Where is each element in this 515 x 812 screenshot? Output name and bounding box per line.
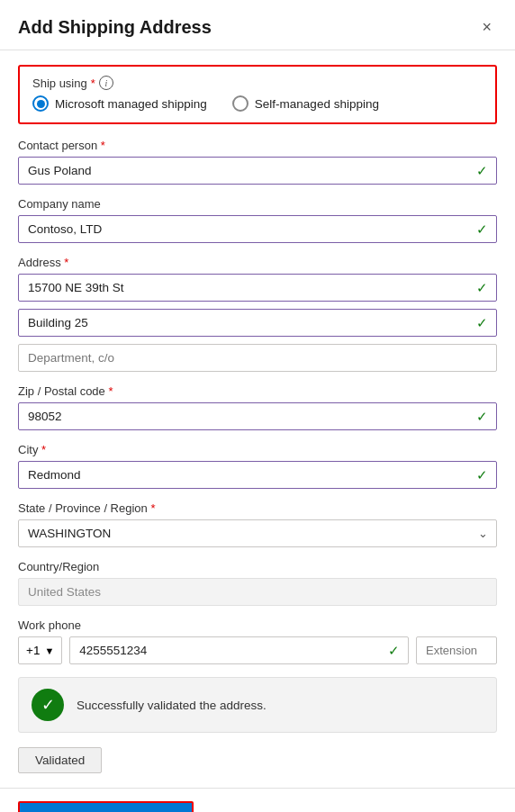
work-phone-label: Work phone [18, 618, 497, 632]
modal-title: Add Shipping Address [18, 17, 212, 38]
modal-footer: Add shipping address [0, 788, 515, 812]
city-group: City * ✓ [18, 443, 497, 489]
phone-check-icon: ✓ [388, 643, 400, 659]
work-phone-group: Work phone +1 ▼ ✓ [18, 618, 497, 664]
address-line2-check-icon: ✓ [476, 315, 488, 331]
zip-group: Zip / Postal code * ✓ [18, 384, 497, 430]
address-label: Address * [18, 256, 497, 269]
city-input[interactable] [18, 461, 497, 489]
ship-using-section: Ship using * i Microsoft managed shippin… [18, 65, 497, 124]
ship-using-label: Ship using * i [32, 76, 483, 90]
company-name-input[interactable] [18, 215, 497, 243]
radio-selected-outer [32, 95, 49, 112]
address-line3-input[interactable] [18, 344, 497, 372]
contact-person-group: Contact person * ✓ [18, 139, 497, 185]
validation-message: Successfully validated the address. [77, 699, 267, 712]
add-shipping-address-button[interactable]: Add shipping address [18, 801, 194, 812]
address-line1-wrapper: ✓ [18, 274, 497, 302]
contact-person-input-wrapper: ✓ [18, 157, 497, 185]
info-icon[interactable]: i [99, 76, 113, 90]
country-input-wrapper [18, 578, 497, 606]
address-line2-input[interactable] [18, 309, 497, 337]
required-star: * [101, 139, 105, 152]
company-name-group: Company name ✓ [18, 197, 497, 243]
company-name-check-icon: ✓ [476, 221, 488, 238]
address-line3-wrapper [18, 344, 497, 372]
state-label: State / Province / Region * [18, 501, 497, 515]
required-star: * [64, 256, 68, 269]
modal-body: Ship using * i Microsoft managed shippin… [0, 50, 515, 788]
radio-selected-inner [37, 100, 45, 108]
required-star: * [91, 77, 95, 90]
city-label: City * [18, 443, 497, 456]
required-star: * [150, 501, 155, 515]
ship-using-radio-group: Microsoft managed shipping Self-managed … [32, 95, 483, 112]
state-select[interactable]: WASHINGTON [18, 519, 497, 547]
city-input-wrapper: ✓ [18, 461, 497, 489]
phone-input-group: +1 ▼ ✓ [18, 636, 497, 664]
phone-extension-input[interactable] [416, 636, 497, 664]
radio-microsoft-managed[interactable]: Microsoft managed shipping [32, 95, 207, 112]
address-line1-input[interactable] [18, 274, 497, 302]
close-button[interactable]: × [476, 16, 497, 39]
address-group: Address * ✓ ✓ [18, 256, 497, 372]
country-label: Country/Region [18, 560, 497, 573]
address-line1-check-icon: ✓ [476, 280, 488, 296]
contact-person-input[interactable] [18, 157, 497, 185]
state-select-wrapper: WASHINGTON ⌄ [18, 519, 497, 547]
contact-person-label: Contact person * [18, 139, 497, 152]
required-star: * [108, 384, 113, 398]
company-name-input-wrapper: ✓ [18, 215, 497, 243]
zip-input[interactable] [18, 402, 497, 430]
zip-label: Zip / Postal code * [18, 384, 497, 398]
phone-country-selector[interactable]: +1 ▼ [18, 636, 62, 664]
validation-banner: ✓ Successfully validated the address. [18, 677, 497, 733]
state-group: State / Province / Region * WASHINGTON ⌄ [18, 501, 497, 547]
country-input [18, 578, 497, 606]
validation-success-icon: ✓ [32, 689, 64, 721]
radio-empty-outer [232, 95, 248, 112]
required-star: * [41, 443, 46, 456]
contact-person-check-icon: ✓ [476, 163, 488, 179]
phone-number-input[interactable] [69, 636, 409, 664]
city-check-icon: ✓ [476, 467, 488, 483]
company-name-label: Company name [18, 197, 497, 211]
country-group: Country/Region [18, 560, 497, 606]
phone-number-wrapper: ✓ [69, 636, 409, 664]
country-code: +1 [26, 644, 40, 657]
zip-check-icon: ✓ [476, 409, 488, 425]
modal-header: Add Shipping Address × [0, 0, 515, 50]
add-shipping-address-modal: Add Shipping Address × Ship using * i Mi… [0, 0, 515, 812]
validated-button[interactable]: Validated [18, 747, 102, 773]
phone-chevron-icon: ▼ [44, 645, 54, 656]
zip-input-wrapper: ✓ [18, 402, 497, 430]
radio-self-managed[interactable]: Self-managed shipping [232, 95, 379, 112]
address-line2-wrapper: ✓ [18, 309, 497, 337]
